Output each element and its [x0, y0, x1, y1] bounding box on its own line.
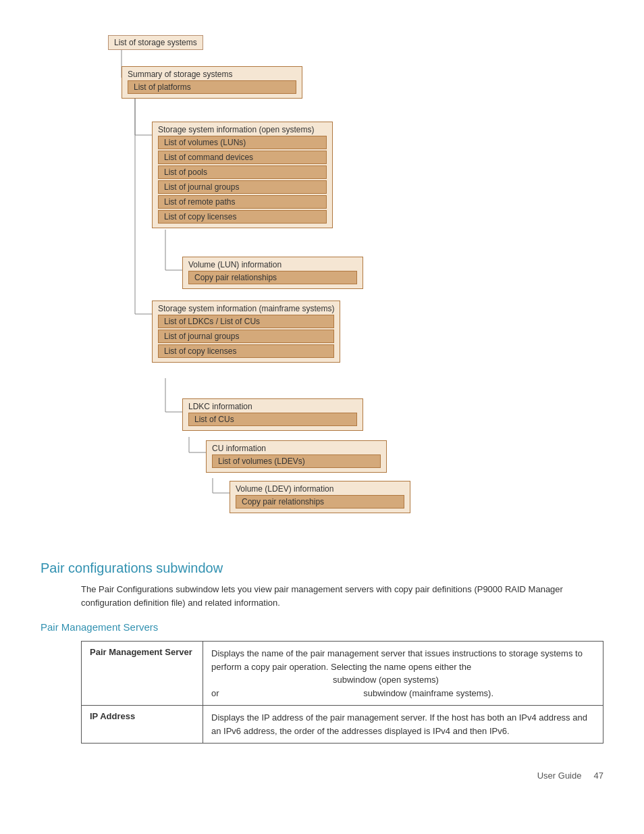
value-ip-address: Displays the IP address of the pair mana…	[203, 706, 603, 744]
mainframe-item-1: List of journal groups	[158, 330, 334, 343]
summary-storage-systems-area: Summary of storage systems List of platf…	[122, 66, 302, 99]
open-systems-container: Storage system information (open systems…	[152, 122, 333, 228]
section-description: The Pair Configurations subwindow lets y…	[81, 583, 603, 609]
mainframe-container: Storage system information (mainframe sy…	[152, 301, 340, 363]
open-item-1: List of command devices	[158, 151, 327, 164]
list-storage-systems-box: List of storage systems	[108, 35, 203, 50]
volume-lun-container: Volume (LUN) information Copy pair relat…	[182, 257, 363, 289]
diagram-area: List of storage systems Summary of stora…	[41, 20, 513, 547]
table-row-pair-mgmt-server: Pair Management Server Displays the name…	[82, 642, 603, 706]
volume-lun-title: Volume (LUN) information	[188, 260, 357, 269]
info-table: Pair Management Server Displays the name…	[81, 641, 603, 744]
open-item-0: List of volumes (LUNs)	[158, 136, 327, 149]
ldkc-container: LDKC information List of CUs	[182, 398, 363, 431]
cu-group: CU information List of volumes (LDEVs)	[206, 440, 387, 473]
ldkc-group: LDKC information List of CUs	[182, 398, 363, 431]
volume-ldev-item-0: Copy pair relationships	[236, 495, 404, 509]
ldkc-title: LDKC information	[188, 402, 357, 411]
section-title: Pair configurations subwindow	[41, 561, 603, 576]
volume-ldev-title: Volume (LDEV) information	[236, 484, 404, 494]
volume-lun-group: Volume (LUN) information Copy pair relat…	[182, 257, 363, 289]
volume-ldev-group: Volume (LDEV) information Copy pair rela…	[230, 481, 410, 513]
list-platforms-item: List of platforms	[128, 80, 296, 94]
open-item-2: List of pools	[158, 165, 327, 179]
mainframe-group: Storage system information (mainframe sy…	[152, 301, 340, 363]
ldkc-item-0: List of CUs	[188, 413, 357, 426]
subsection-title: Pair Management Servers	[41, 621, 603, 633]
volume-ldev-container: Volume (LDEV) information Copy pair rela…	[230, 481, 410, 513]
summary-title: Summary of storage systems	[128, 70, 296, 79]
open-systems-title: Storage system information (open systems…	[158, 125, 327, 134]
open-item-3: List of journal groups	[158, 180, 327, 194]
summary-group: Summary of storage systems List of platf…	[122, 66, 302, 99]
footer-label: User Guide	[537, 771, 582, 781]
list-storage-systems-label: List of storage systems	[108, 35, 203, 50]
mainframe-item-0: List of LDKCs / List of CUs	[158, 315, 334, 328]
table-row-ip-address: IP Address Displays the IP address of th…	[82, 706, 603, 744]
open-item-4: List of remote paths	[158, 195, 327, 209]
open-item-5: List of copy licenses	[158, 210, 327, 224]
mainframe-title: Storage system information (mainframe sy…	[158, 304, 334, 313]
label-pair-mgmt-server: Pair Management Server	[82, 642, 203, 706]
footer-page: 47	[594, 771, 603, 781]
label-ip-address: IP Address	[82, 706, 203, 744]
open-systems-group: Storage system information (open systems…	[152, 122, 333, 228]
cu-container: CU information List of volumes (LDEVs)	[206, 440, 387, 473]
volume-lun-item-0: Copy pair relationships	[188, 271, 357, 284]
cu-title: CU information	[212, 444, 381, 453]
value-pair-mgmt-server: Displays the name of the pair management…	[203, 642, 603, 706]
cu-item-0: List of volumes (LDEVs)	[212, 454, 381, 468]
footer: User Guide 47	[41, 771, 603, 781]
mainframe-item-2: List of copy licenses	[158, 344, 334, 358]
